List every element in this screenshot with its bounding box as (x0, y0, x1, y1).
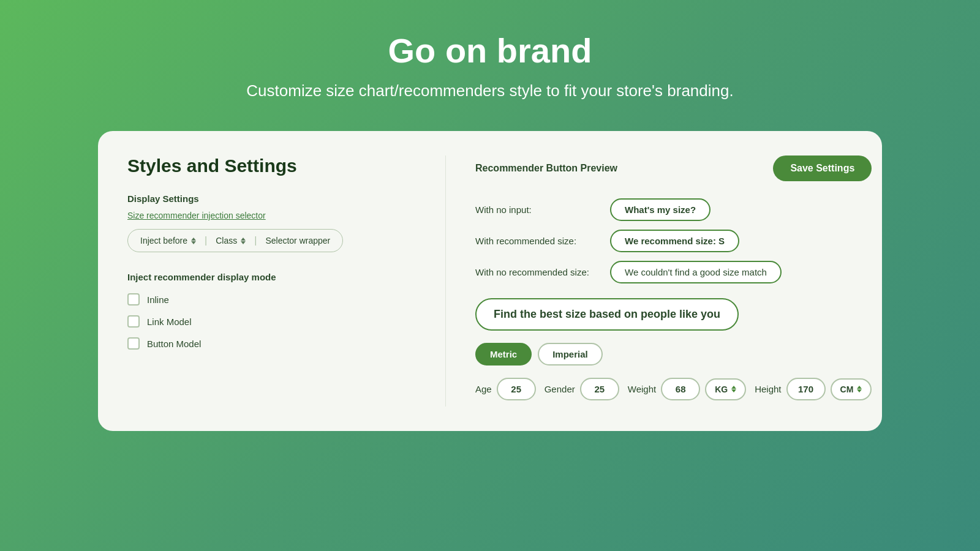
selector-divider-2: | (254, 235, 257, 246)
main-card: Styles and Settings Display Settings Siz… (98, 131, 882, 431)
inject-before-label: Inject before (140, 236, 187, 246)
age-group: Age (475, 378, 536, 400)
recommended-label: With recommended size: (475, 236, 598, 246)
checkbox-link-model-label: Link Model (147, 317, 192, 327)
inject-before-selector[interactable]: Inject before (138, 234, 198, 247)
no-input-btn[interactable]: What's my size? (610, 198, 710, 221)
page-subtitle: Customize size chart/recommenders style … (246, 81, 733, 100)
height-label: Height (755, 384, 781, 394)
checkbox-link-model[interactable]: Link Model (127, 315, 416, 328)
checkbox-inline[interactable]: Inline (127, 293, 416, 305)
gender-input[interactable] (580, 378, 619, 400)
preview-title: Recommender Button Preview (475, 163, 617, 174)
weight-group: Weight KG (628, 378, 746, 400)
height-input[interactable] (786, 378, 826, 400)
age-input[interactable] (497, 378, 536, 400)
preview-row-no-match: With no recommended size: We couldn't fi… (475, 261, 872, 283)
measurements-row: Age Gender Weight KG Height (475, 378, 872, 400)
checkbox-button-model-box[interactable] (127, 337, 140, 350)
metric-btn[interactable]: Metric (475, 343, 532, 365)
checkbox-link-model-box[interactable] (127, 315, 140, 328)
class-label: Class (216, 236, 237, 246)
unit-toggle-row: Metric Imperial (475, 343, 872, 365)
class-selector[interactable]: Class (213, 234, 248, 247)
no-match-label: With no recommended size: (475, 267, 598, 277)
height-unit-select[interactable]: CM (831, 378, 872, 400)
checkbox-inline-box[interactable] (127, 293, 140, 305)
save-settings-button[interactable]: Save Settings (773, 156, 872, 181)
preview-row-recommended: With recommended size: We recommend size… (475, 230, 872, 252)
checkbox-button-model-label: Button Model (147, 339, 201, 349)
preview-rows: With no input: What's my size? With reco… (475, 198, 872, 283)
weight-unit-label: KG (715, 384, 728, 394)
selector-wrapper[interactable]: Selector wrapper (263, 234, 333, 247)
selector-divider-1: | (205, 235, 207, 246)
class-spinner-icon (241, 238, 246, 244)
page-title: Go on brand (388, 31, 592, 70)
no-input-label: With no input: (475, 204, 598, 215)
inject-before-spinner-icon (191, 238, 196, 244)
display-settings-label: Display Settings (127, 193, 416, 204)
weight-input[interactable] (661, 378, 700, 400)
section-title: Styles and Settings (127, 156, 416, 176)
selector-wrapper-label: Selector wrapper (265, 236, 330, 246)
weight-unit-select[interactable]: KG (705, 378, 746, 400)
no-match-btn[interactable]: We couldn't find a good size match (610, 261, 782, 283)
gender-group: Gender (545, 378, 619, 400)
imperial-btn[interactable]: Imperial (538, 343, 603, 365)
gender-label: Gender (545, 384, 575, 394)
height-unit-spinner-icon (857, 386, 862, 392)
left-panel: Styles and Settings Display Settings Siz… (127, 156, 446, 407)
age-label: Age (475, 384, 492, 394)
recommended-btn[interactable]: We recommend size: S (610, 230, 739, 252)
weight-unit-spinner-icon (731, 386, 736, 392)
preview-row-no-input: With no input: What's my size? (475, 198, 872, 221)
checkbox-list: Inline Link Model Button Model (127, 293, 416, 350)
selector-row: Inject before | Class | Selector wrapper (127, 229, 343, 252)
weight-label: Weight (628, 384, 656, 394)
checkbox-inline-label: Inline (147, 294, 169, 305)
right-panel: Recommender Button Preview Save Settings… (446, 156, 872, 407)
right-header: Recommender Button Preview Save Settings (475, 156, 872, 181)
height-group: Height CM (755, 378, 872, 400)
height-unit-label: CM (840, 384, 854, 394)
inject-mode-label: Inject recommender display mode (127, 272, 416, 282)
injection-selector-link[interactable]: Size recommender injection selector (127, 211, 266, 220)
checkbox-button-model[interactable]: Button Model (127, 337, 416, 350)
recommender-preview-card: Find the best size based on people like … (475, 298, 739, 331)
